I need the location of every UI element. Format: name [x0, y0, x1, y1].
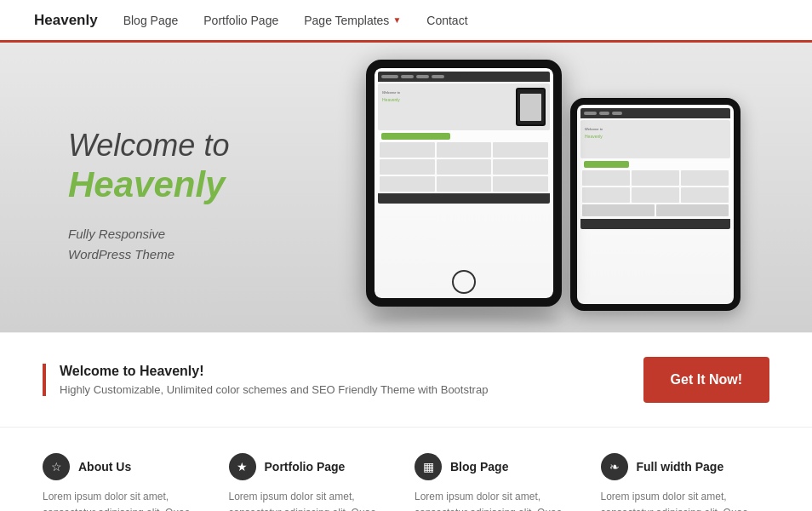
portfolio-icon: ★ — [229, 453, 256, 480]
welcome-description: Highly Customizable, Unlimited color sch… — [60, 383, 609, 396]
brand-name-hero: Heavenly — [68, 164, 340, 206]
dropdown-arrow-icon: ▼ — [392, 15, 401, 25]
hero-devices: Welcome to Heavenly — [340, 77, 749, 315]
nav-links: Blog Page Portfolio Page Page Templates … — [123, 13, 468, 28]
feature-item-about: ☆ About Us Lorem ipsum dolor sit amet, c… — [43, 453, 212, 511]
hero-section: Welcome to Heavenly Fully Responsive Wor… — [0, 43, 812, 332]
feature-item-portfolio: ★ Portfolio Page Lorem ipsum dolor sit a… — [229, 453, 398, 511]
feature-title-fullwidth: Full width Page — [637, 460, 724, 474]
get-it-now-button[interactable]: Get It Now! — [643, 357, 769, 403]
hero-text: Welcome to Heavenly Fully Responsive Wor… — [68, 127, 340, 265]
feature-desc-blog: Lorem ipsum dolor sit amet, consectetur … — [415, 489, 584, 511]
hero-subtitle: Fully Responsive WordPress Theme — [68, 224, 340, 265]
tablet-main-device: Welcome to Heavenly — [366, 60, 562, 307]
tablet-secondary-device: Welcome to Heavenly — [570, 98, 741, 311]
feature-title-blog: Blog Page — [450, 460, 508, 474]
feature-title-portfolio: Portfolio Page — [265, 460, 346, 474]
feature-desc-fullwidth: Lorem ipsum dolor sit amet, consectetur … — [601, 489, 770, 511]
nav-item-page-templates[interactable]: Page Templates ▼ — [304, 13, 401, 28]
feature-desc-about: Lorem ipsum dolor sit amet, consectetur … — [43, 489, 212, 511]
feature-title-about: About Us — [78, 460, 131, 474]
nav-item-blog[interactable]: Blog Page — [123, 13, 179, 28]
fullwidth-icon: ❧ — [601, 453, 628, 480]
feature-item-fullwidth: ❧ Full width Page Lorem ipsum dolor sit … — [601, 453, 770, 511]
nav-item-portfolio[interactable]: Portfolio Page — [203, 13, 278, 28]
welcome-heading: Welcome to Heavenly! — [60, 364, 609, 379]
features-section: ☆ About Us Lorem ipsum dolor sit amet, c… — [0, 428, 812, 511]
device-reflection — [366, 311, 562, 328]
nav-item-contact[interactable]: Contact — [426, 13, 467, 28]
main-nav: Heavenly Blog Page Portfolio Page Page T… — [0, 0, 812, 43]
feature-desc-portfolio: Lorem ipsum dolor sit amet, consectetur … — [229, 489, 398, 511]
welcome-line: Welcome to — [68, 127, 340, 164]
feature-item-blog: ▦ Blog Page Lorem ipsum dolor sit amet, … — [415, 453, 584, 511]
welcome-text-block: Welcome to Heavenly! Highly Customizable… — [43, 364, 609, 396]
blog-icon: ▦ — [415, 453, 442, 480]
nav-brand[interactable]: Heavenly — [34, 12, 98, 29]
about-icon: ☆ — [43, 453, 70, 480]
welcome-cta-section: Welcome to Heavenly! Highly Customizable… — [0, 332, 812, 428]
